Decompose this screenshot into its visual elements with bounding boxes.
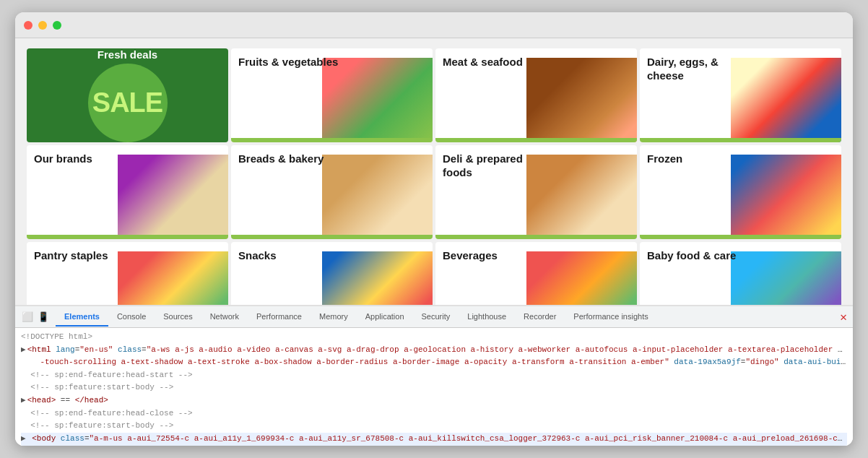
tile-label-meat: Meat & seafood	[443, 56, 523, 69]
tile-bar-breads	[231, 235, 433, 239]
tile-bar-frozen	[640, 235, 841, 239]
tile-image-brands	[118, 155, 228, 239]
devtools-code-panel: <!DOCTYPE html> ▶<html lang="en-us" clas…	[15, 328, 853, 446]
tile-label-breads: Breads & bakery	[238, 152, 324, 166]
code-line-3: <!-- sp:end-feature:head-start -->	[21, 369, 847, 382]
tile-image-breads	[322, 155, 433, 239]
tab-performance-insights[interactable]: Performance insights	[565, 308, 656, 327]
tile-image-snacks	[322, 251, 433, 305]
code-line-1: <!DOCTYPE html>	[21, 331, 847, 344]
tile-bar-dairy	[640, 138, 841, 142]
browser-content: Fresh deals SALE Fruits & vegetables Mea…	[15, 38, 853, 446]
tile-baby-food[interactable]: Baby food & care	[640, 242, 841, 305]
device-icon[interactable]: 📱	[37, 311, 50, 324]
tile-dairy[interactable]: Dairy, eggs, & cheese	[640, 48, 841, 142]
devtools-tabs-row: ⬜ 📱 Elements Console Sources Network Per…	[15, 306, 853, 328]
tab-elements[interactable]: Elements	[56, 308, 108, 327]
tile-bar-fruits	[231, 138, 433, 142]
tile-meat-seafood[interactable]: Meat & seafood	[435, 48, 637, 142]
pantry-image	[118, 251, 228, 305]
tile-label-brands: Our brands	[34, 152, 92, 166]
tile-label-snacks: Snacks	[238, 249, 277, 263]
grocery-grid: Fresh deals SALE Fruits & vegetables Mea…	[27, 48, 841, 299]
sale-text: SALE	[92, 87, 162, 118]
snacks-image	[322, 251, 433, 305]
browser-chrome	[15, 12, 853, 38]
brands-image	[118, 155, 228, 239]
tab-network[interactable]: Network	[201, 308, 248, 327]
tile-image-baby	[731, 251, 841, 305]
code-line-5: ▶<head> == </head>	[21, 394, 847, 407]
tile-label-dairy: Dairy, eggs, & cheese	[647, 56, 750, 83]
sale-circle: SALE	[88, 64, 168, 142]
code-line-4: <!-- sp:feature:start-body -->	[21, 381, 847, 394]
tile-image-frozen	[731, 155, 841, 239]
browser-window: Fresh deals SALE Fruits & vegetables Mea…	[15, 12, 853, 446]
cursor-icon[interactable]: ⬜	[21, 311, 34, 324]
tab-sources[interactable]: Sources	[155, 308, 201, 327]
tile-fruits-vegetables[interactable]: Fruits & vegetables	[231, 48, 433, 142]
meat-image	[526, 58, 637, 142]
code-line-2: ▶<html lang="en-us" class="a-ws a-js a-a…	[21, 344, 847, 357]
tile-label-fruits: Fruits & vegetables	[238, 56, 338, 69]
tile-image-pantry	[118, 251, 228, 305]
tile-label-deli: Deli & prepared foods	[443, 152, 545, 180]
tab-recorder[interactable]: Recorder	[515, 308, 565, 327]
tile-label-beverages: Beverages	[443, 249, 498, 263]
code-line-8b: ui_template_weblab_cache_333406-c a-aui_…	[21, 445, 847, 446]
tile-our-brands[interactable]: Our brands	[27, 145, 228, 239]
tab-performance[interactable]: Performance	[248, 308, 311, 327]
tile-image-fruits	[322, 58, 433, 142]
fruits-image	[322, 58, 433, 142]
tile-bar-brands	[27, 235, 228, 239]
devtools-close-button[interactable]: ✕	[834, 310, 853, 324]
close-button[interactable]	[24, 21, 32, 30]
fresh-deals-title: Fresh deals	[97, 48, 157, 61]
tile-snacks[interactable]: Snacks	[231, 242, 433, 305]
tile-image-meat	[526, 58, 637, 142]
tile-bar-deli	[435, 235, 637, 239]
code-line-7: <!-- sp:feature:start-body -->	[21, 420, 847, 433]
tab-console[interactable]: Console	[108, 308, 155, 327]
baby-image	[731, 251, 841, 305]
tab-memory[interactable]: Memory	[311, 308, 357, 327]
code-line-6: <!-- sp:end-feature:head-close -->	[21, 407, 847, 420]
maximize-button[interactable]	[53, 21, 61, 30]
tile-beverages[interactable]: Beverages	[435, 242, 637, 305]
minimize-button[interactable]	[38, 21, 47, 30]
tile-label-pantry: Pantry staples	[34, 249, 108, 263]
tile-pantry[interactable]: Pantry staples	[27, 242, 228, 305]
code-line-2b: -touch-scrolling a-text-shadow a-text-st…	[21, 356, 847, 369]
tile-image-beverages	[526, 251, 637, 305]
devtools-panel: ⬜ 📱 Elements Console Sources Network Per…	[15, 305, 853, 446]
tile-label-frozen: Frozen	[647, 152, 682, 166]
grocery-area: Fresh deals SALE Fruits & vegetables Mea…	[15, 38, 853, 305]
tile-bar-meat	[435, 138, 637, 142]
frozen-image	[731, 155, 841, 239]
tile-breads-bakery[interactable]: Breads & bakery	[231, 145, 433, 239]
tab-security[interactable]: Security	[413, 308, 459, 327]
tile-label-baby: Baby food & care	[647, 249, 736, 263]
code-line-8[interactable]: ▶ <body class="a-m-us a-aui_72554-c a-au…	[21, 433, 847, 446]
tab-lighthouse[interactable]: Lighthouse	[459, 308, 515, 327]
devtools-icon-group: ⬜ 📱	[15, 311, 56, 324]
tile-deli[interactable]: Deli & prepared foods	[435, 145, 637, 239]
breads-image	[322, 155, 433, 239]
beverages-image	[526, 251, 637, 305]
tile-fresh-deals[interactable]: Fresh deals SALE	[27, 48, 228, 142]
tab-application[interactable]: Application	[357, 308, 413, 327]
tile-frozen[interactable]: Frozen	[640, 145, 841, 239]
